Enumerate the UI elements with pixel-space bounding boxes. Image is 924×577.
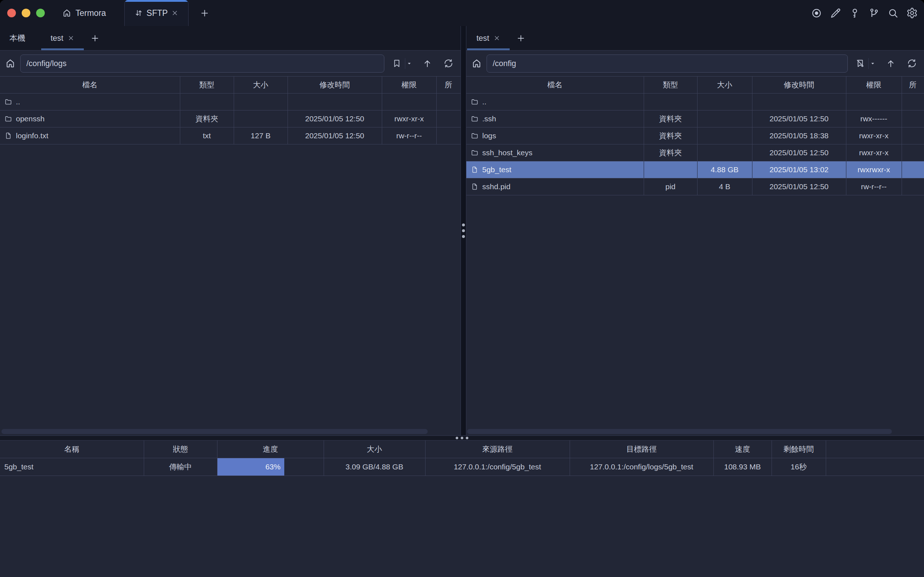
column-header[interactable]: 來源路徑 bbox=[425, 440, 570, 458]
new-tab-button[interactable] bbox=[195, 0, 214, 26]
file-row[interactable]: loginfo.txttxt127 B2025/01/05 12:50rw-r-… bbox=[0, 127, 461, 144]
file-row[interactable]: ssh_host_keys資料夾2025/01/05 12:50rwxr-xr-… bbox=[466, 144, 924, 161]
transfer-status-cell: 傳輸中 bbox=[144, 458, 217, 475]
keychain-button[interactable] bbox=[868, 7, 880, 19]
file-modified-cell bbox=[752, 93, 846, 111]
file-row[interactable]: .ssh資料夾2025/01/05 12:50rwx------ bbox=[466, 111, 924, 127]
column-header[interactable]: 狀態 bbox=[144, 440, 217, 458]
file-row[interactable]: sshd.pidpid4 B2025/01/05 12:50rw-r--r-- bbox=[466, 178, 924, 195]
file-name-cell[interactable]: 5gb_test bbox=[466, 161, 644, 178]
column-header[interactable]: 權限 bbox=[846, 77, 901, 93]
record-button[interactable] bbox=[810, 7, 822, 19]
file-name-cell[interactable]: .. bbox=[466, 93, 644, 111]
file-row[interactable]: logs資料夾2025/01/05 18:38rwxr-xr-x bbox=[466, 127, 924, 144]
column-header[interactable]: 所 bbox=[901, 77, 924, 93]
file-name-cell[interactable]: sshd.pid bbox=[466, 178, 644, 195]
file-name-cell[interactable]: logs bbox=[466, 127, 644, 144]
column-header[interactable]: 速度 bbox=[713, 440, 772, 458]
file-row[interactable]: .. bbox=[0, 93, 461, 111]
file-name: openssh bbox=[16, 114, 44, 123]
file-row[interactable]: openssh資料夾2025/01/05 12:50rwxr-xr-x bbox=[0, 111, 461, 127]
column-header[interactable]: 大小 bbox=[697, 77, 752, 93]
plus-icon bbox=[516, 34, 526, 43]
column-header[interactable]: 大小 bbox=[324, 440, 425, 458]
column-header[interactable]: 進度 bbox=[217, 440, 324, 458]
path-input[interactable] bbox=[20, 55, 384, 73]
tab-label: test bbox=[476, 34, 489, 43]
column-header[interactable]: 名稱 bbox=[0, 440, 144, 458]
column-header[interactable]: 剩餘時間 bbox=[772, 440, 826, 458]
splitter-grip-icon[interactable] bbox=[456, 437, 469, 440]
file-name-cell[interactable]: ssh_host_keys bbox=[466, 144, 644, 161]
settings-icon bbox=[906, 7, 918, 19]
tab-sftp[interactable]: SFTP bbox=[124, 0, 189, 26]
close-tab-icon[interactable] bbox=[68, 35, 74, 42]
column-header[interactable]: 目標路徑 bbox=[570, 440, 713, 458]
file-modified-cell: 2025/01/05 12:50 bbox=[287, 127, 382, 144]
bookmark-off-button[interactable] bbox=[853, 56, 868, 71]
tab-local[interactable]: 本機 bbox=[0, 26, 35, 50]
bookmark-dropdown-button[interactable] bbox=[406, 56, 415, 71]
file-name-cell[interactable]: .. bbox=[0, 93, 180, 111]
file-modified-cell: 2025/01/05 12:50 bbox=[752, 178, 846, 195]
file-name-cell[interactable]: openssh bbox=[0, 111, 180, 127]
column-header[interactable]: 修改時間 bbox=[287, 77, 382, 93]
minimize-window-button[interactable] bbox=[22, 9, 31, 17]
settings-button[interactable] bbox=[906, 7, 918, 19]
file-row[interactable]: 5gb_test4.88 GB2025/01/05 13:02rwxrwxr-x bbox=[466, 161, 924, 178]
add-connection-button[interactable] bbox=[510, 26, 532, 50]
horizontal-scrollbar-thumb[interactable] bbox=[467, 429, 892, 434]
progress-bar: 63% bbox=[218, 458, 284, 475]
add-connection-button[interactable] bbox=[84, 26, 106, 50]
zoom-window-button[interactable] bbox=[36, 9, 45, 17]
transfers-splitter[interactable] bbox=[0, 435, 924, 440]
parent-directory-button[interactable] bbox=[420, 56, 435, 71]
tab-test[interactable]: test bbox=[41, 26, 84, 50]
tab-test[interactable]: test bbox=[467, 26, 510, 50]
column-header[interactable]: 類型 bbox=[180, 77, 234, 93]
column-header[interactable]: 大小 bbox=[234, 77, 287, 93]
path-input[interactable] bbox=[487, 55, 848, 73]
file-permissions-cell: rwxr-xr-x bbox=[846, 144, 901, 161]
search-button[interactable] bbox=[887, 7, 899, 19]
column-header[interactable]: 類型 bbox=[644, 77, 697, 93]
keys-button[interactable] bbox=[848, 7, 861, 19]
close-tab-icon[interactable] bbox=[493, 35, 500, 42]
close-window-button[interactable] bbox=[7, 9, 16, 17]
refresh-button[interactable] bbox=[904, 56, 920, 71]
file-row[interactable]: .. bbox=[466, 93, 924, 111]
column-header[interactable]: 權限 bbox=[382, 77, 436, 93]
home-button[interactable] bbox=[2, 56, 18, 71]
file-name: loginfo.txt bbox=[16, 131, 48, 140]
left-pathbar bbox=[0, 50, 461, 76]
column-header[interactable]: 修改時間 bbox=[752, 77, 846, 93]
refresh-icon bbox=[443, 58, 454, 69]
refresh-button[interactable] bbox=[441, 56, 456, 71]
bookmark-dropdown-button[interactable] bbox=[869, 56, 878, 71]
file-owner-cell bbox=[436, 111, 461, 127]
file-name: .. bbox=[16, 97, 20, 106]
column-header[interactable]: 檔名 bbox=[0, 77, 180, 93]
transfer-target-cell: 127.0.0.1:/config/logs/5gb_test bbox=[570, 458, 713, 475]
file-owner-cell bbox=[436, 93, 461, 111]
home-button[interactable] bbox=[469, 56, 484, 71]
pane-splitter[interactable] bbox=[461, 26, 466, 435]
file-name-cell[interactable]: loginfo.txt bbox=[0, 127, 180, 144]
parent-directory-button[interactable] bbox=[883, 56, 898, 71]
horizontal-scrollbar-thumb[interactable] bbox=[2, 429, 428, 434]
column-header[interactable]: 所 bbox=[436, 77, 461, 93]
file-owner-cell bbox=[901, 144, 924, 161]
transfer-arrows-icon bbox=[134, 9, 143, 17]
right-file-table: 檔名類型大小修改時間權限所 .. .ssh資料夾2025/01/05 12:50… bbox=[466, 76, 924, 195]
transfer-source-cell: 127.0.0.1:/config/5gb_test bbox=[425, 458, 570, 475]
bookmark-button[interactable] bbox=[389, 56, 404, 71]
tab-termora-home[interactable]: Termora bbox=[62, 0, 106, 26]
close-tab-icon[interactable] bbox=[171, 10, 179, 17]
keychain-icon bbox=[868, 8, 880, 19]
edit-button[interactable] bbox=[829, 7, 842, 19]
file-name-cell[interactable]: .ssh bbox=[466, 111, 644, 127]
splitter-grip-icon[interactable] bbox=[462, 224, 465, 238]
transfer-row[interactable]: 5gb_test傳輸中63%3.09 GB/4.88 GB127.0.0.1:/… bbox=[0, 458, 924, 475]
file-modified-cell: 2025/01/05 18:38 bbox=[752, 127, 846, 144]
column-header[interactable]: 檔名 bbox=[466, 77, 644, 93]
